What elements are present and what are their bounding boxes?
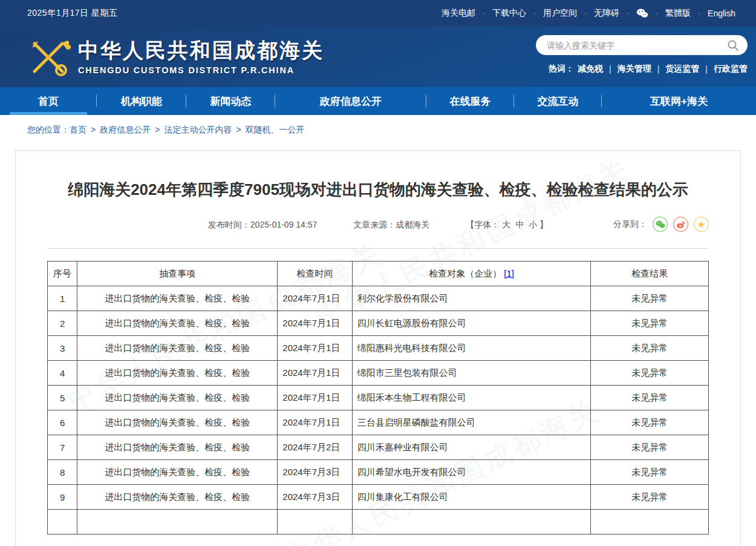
table-cell: 1 [48,286,77,311]
article-card: 中华人民共和国成都海关 中华人民共和国成都海关 中华人民共和国成都海关 绵阳海关… [15,150,741,546]
table-cell [352,510,591,534]
table-cell: 2024年7月3日 [278,460,353,485]
table-row: 9进出口货物的海关查验、检疫、检验2024年7月3日四川集康化工有限公司未见异常 [48,485,709,510]
table-cell: 未见异常 [591,410,709,435]
topbar-link-separator: · [584,9,587,18]
search-box[interactable] [536,35,748,55]
table-cell: 未见异常 [591,311,709,336]
table-cell: 2024年7月3日 [278,485,353,510]
inspection-result-table: 序号抽查事项检查时间检查对象（企业）[1]检查结果 1进出口货物的海关查验、检疫… [47,261,709,534]
table-header-row: 序号抽查事项检查时间检查对象（企业）[1]检查结果 [48,261,709,286]
publish-time: 发布时间：2025-01-09 14:57 [208,220,318,229]
nav-item-7[interactable]: 互联网+海关 [602,87,756,115]
topbar-link-3[interactable]: 用户空间 [543,8,577,19]
topbar-link-1[interactable]: 海关电邮 [442,8,475,19]
table-cell [278,510,353,534]
font-size-switcher: 【字体：大中小】 [466,220,548,229]
breadcrumb-link-1[interactable]: 首页 [70,125,86,134]
table-cell: 未见异常 [591,435,709,460]
nav-item-6[interactable]: 交流互动 [514,87,602,115]
table-cell: 进出口货物的海关查验、检疫、检验 [77,311,278,336]
topbar-link-separator: · [533,9,536,18]
table-cell: 2024年7月1日 [278,410,353,435]
table-cell: 进出口货物的海关查验、检疫、检验 [77,286,278,311]
table-cell: 绵阳惠科光电科技有限公司 [352,336,591,361]
breadcrumb: 您的位置：首页>政府信息公开>法定主动公开内容>双随机、一公开 [0,115,756,136]
search-input[interactable] [547,41,726,50]
nav-item-4[interactable]: 政府信息公开 [275,87,426,115]
topbar-link-separator: · [698,9,700,18]
table-cell: 2024年7月1日 [278,336,353,361]
table-row-partial [48,510,709,534]
share-label: 分享到： [613,219,647,230]
breadcrumb-link-3[interactable]: 法定主动公开内容 [164,125,232,134]
table-cell: 6 [48,410,77,435]
topbar-link-separator: · [656,9,658,18]
table-cell [48,510,77,534]
nav-item-3[interactable]: 新闻动态 [186,87,275,115]
font-size-small[interactable]: 小 [529,220,537,229]
nav-item-5[interactable]: 在线服务 [426,87,514,115]
topbar-link-5[interactable]: 繁體版 [665,8,691,19]
table-cell: 四川禾嘉种业有限公司 [352,435,591,460]
topbar-link-6[interactable]: English [708,8,735,18]
hotword-link[interactable]: 海关管理 [618,64,651,74]
font-size-large[interactable]: 大 [502,220,510,229]
table-row: 7进出口货物的海关查验、检疫、检验2024年7月2日四川禾嘉种业有限公司未见异常 [48,435,709,460]
table-cell: 三台县启明星磷酸盐有限公司 [352,410,591,435]
table-cell: 未见异常 [591,361,709,386]
main-nav: 首页机构职能新闻动态政府信息公开在线服务交流互动互联网+海关 [0,87,756,115]
hotwords-label: 热词： [549,64,574,74]
table-header-cell: 抽查事项 [77,261,278,286]
topbar-link-4[interactable]: 无障碍 [594,8,619,19]
breadcrumb-link-4[interactable]: 双随机、一公开 [246,125,305,134]
table-cell: 9 [48,485,77,510]
site-title-en: CHENGDU CUSTOMS DISTRICT P.R.CHINA [78,65,324,75]
table-cell: 四川希望水电开发有限公司 [352,460,591,485]
wechat-icon[interactable] [636,8,648,18]
share-wechat-button[interactable] [653,217,668,232]
table-header-note-link[interactable]: [1] [504,268,514,278]
table-cell [591,510,709,534]
weibo-icon [676,220,686,229]
table-cell: 未见异常 [591,336,709,361]
table-cell: 8 [48,460,77,485]
result-table-wrap: 序号抽查事项检查时间检查对象（企业）[1]检查结果 1进出口货物的海关查验、检疫… [47,261,709,534]
hotword-link[interactable]: 行政监管 [714,64,748,74]
table-header-cell: 序号 [48,261,77,286]
table-cell: 未见异常 [591,386,709,410]
table-header-cell: 检查结果 [591,261,709,286]
table-cell: 四川集康化工有限公司 [352,485,591,510]
table-row: 5进出口货物的海关查验、检疫、检验2024年7月1日绵阳禾本生物工程有限公司未见… [48,386,709,410]
nav-item-2[interactable]: 机构职能 [97,87,186,115]
table-cell: 绵阳市三里包装有限公司 [352,361,591,386]
table-cell: 绵阳禾本生物工程有限公司 [352,386,591,410]
share-bar: 分享到： ★ [613,217,709,232]
table-cell: 进出口货物的海关查验、检疫、检验 [77,361,278,386]
search-icon [727,39,739,51]
share-qzone-button[interactable]: ★ [694,217,709,232]
breadcrumb-separator: > [91,125,96,134]
table-cell: 2 [48,311,77,336]
table-cell: 未见异常 [591,286,709,311]
table-cell: 4 [48,361,77,386]
table-cell: 2024年7月1日 [278,311,353,336]
table-cell: 进出口货物的海关查验、检疫、检验 [77,460,278,485]
font-size-medium[interactable]: 中 [515,220,524,229]
table-row: 6进出口货物的海关查验、检疫、检验2024年7月1日三台县启明星磷酸盐有限公司未… [48,410,709,435]
site-title-cn: 中华人民共和国成都海关 [78,39,324,62]
article-meta: 发布时间：2025-01-09 14:57 文章来源：成都海关 【字体：大中小】… [16,217,740,235]
search-button[interactable] [726,38,740,53]
hotword-link[interactable]: 货运监管 [665,64,699,74]
share-weibo-button[interactable] [673,217,688,232]
breadcrumb-link-2[interactable]: 政府信息公开 [100,125,151,134]
table-cell: 3 [48,336,77,361]
table-cell: 进出口货物的海关查验、检疫、检验 [77,410,278,435]
topbar-link-separator: · [627,9,629,18]
hotword-link[interactable]: 减免税 [578,64,603,74]
table-cell: 2024年7月2日 [278,435,353,460]
site-brand[interactable]: 中华人民共和国成都海关 CHENGDU CUSTOMS DISTRICT P.R… [27,35,324,79]
nav-item-1[interactable]: 首页 [0,87,97,115]
hotword-separator: | [609,64,611,74]
topbar-link-2[interactable]: 下载中心 [492,8,526,19]
